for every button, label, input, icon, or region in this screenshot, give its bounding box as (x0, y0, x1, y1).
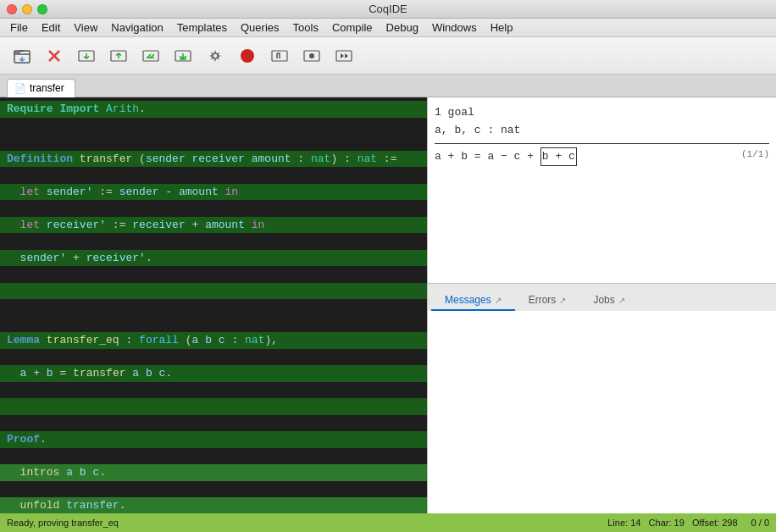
goals-vars: a, b, c : nat (435, 122, 769, 140)
msg-tab-arrow-errors: ↗ (559, 296, 566, 305)
nav-end-icon (174, 47, 192, 65)
forward-icon (335, 47, 353, 65)
menubar: FileEditViewNavigationTemplatesQueriesTo… (0, 19, 776, 37)
svg-point-9 (241, 49, 254, 63)
menu-item-navigation[interactable]: Navigation (104, 19, 169, 36)
menu-item-templates[interactable]: Templates (170, 19, 234, 36)
close-file-button[interactable] (39, 41, 69, 71)
open-file-button[interactable] (7, 41, 37, 71)
msg-tab-jobs[interactable]: Jobs↗ (579, 291, 638, 311)
nav-end-button[interactable] (168, 41, 198, 71)
status-right: Line: 14 Char: 19 Offset: 298 0 / 0 (607, 518, 769, 528)
minimize-button[interactable] (22, 4, 32, 14)
fraction-display: 0 / 0 (751, 518, 769, 528)
maximize-button[interactable] (37, 4, 47, 14)
msg-tab-arrow-jobs: ↗ (618, 296, 625, 305)
message-tabs: Messages↗Errors↗Jobs↗ (428, 284, 776, 311)
svg-point-13 (309, 53, 314, 58)
tab-area: 📄 transfer (0, 75, 776, 97)
statusbar: Ready, proving transfer_eq Line: 14 Char… (0, 513, 776, 532)
toolbar (0, 37, 776, 75)
file-tab[interactable]: 📄 transfer (7, 79, 75, 97)
menu-item-compile[interactable]: Compile (325, 19, 380, 36)
stop-icon (238, 47, 257, 65)
msg-tab-arrow-messages: ↗ (495, 296, 502, 305)
step-backward-icon (109, 47, 128, 65)
menu-item-view[interactable]: View (67, 19, 104, 36)
msg-tab-errors[interactable]: Errors↗ (515, 291, 580, 311)
goals-fraction: (1/1) (741, 147, 769, 163)
file-icon: 📄 (14, 83, 26, 94)
nav-back-button[interactable] (136, 41, 166, 71)
menu-item-file[interactable]: File (3, 19, 35, 36)
msg-tab-messages[interactable]: Messages↗ (431, 291, 515, 311)
editor-panel: Require Import Arith. Definition transfe… (0, 97, 428, 513)
menu-item-help[interactable]: Help (484, 19, 520, 36)
reset-icon (270, 47, 289, 65)
stop-button[interactable] (232, 41, 263, 71)
step-forward-icon (77, 47, 96, 65)
menu-item-debug[interactable]: Debug (380, 19, 425, 36)
goals-separator: a + b = a − c + b + c (1/1) (435, 143, 769, 167)
msg-tab-label-jobs: Jobs (593, 294, 614, 306)
right-panel: 1 goal a, b, c : nat a + b = a − c + b +… (428, 97, 776, 513)
svg-point-8 (213, 53, 218, 58)
menu-item-edit[interactable]: Edit (35, 19, 67, 36)
step-backward-button[interactable] (103, 41, 134, 71)
nav-back-icon (141, 47, 160, 65)
editor-content[interactable]: Require Import Arith. Definition transfe… (0, 97, 427, 513)
menu-item-windows[interactable]: Windows (425, 19, 484, 36)
gear-icon (206, 47, 224, 65)
goal-cursor: b + c (540, 147, 577, 167)
traffic-lights (7, 4, 47, 14)
msg-tab-label-errors: Errors (529, 294, 557, 306)
msg-tab-label-messages: Messages (445, 294, 491, 306)
svg-rect-5 (143, 51, 158, 61)
goals-goal: a + b = a − c + b + c (435, 147, 741, 167)
goals-area: 1 goal a, b, c : nat a + b = a − c + b +… (428, 97, 776, 284)
line-info: Line: 14 Char: 19 Offset: 298 (607, 518, 737, 528)
status-text: Ready, proving transfer_eq (7, 518, 119, 528)
forward-button[interactable] (329, 41, 359, 71)
tactic-button[interactable] (297, 41, 327, 71)
close-icon (45, 47, 64, 65)
menu-item-tools[interactable]: Tools (286, 19, 325, 36)
tactic-icon (302, 47, 321, 65)
message-content (428, 311, 776, 513)
close-button[interactable] (7, 4, 17, 14)
goals-count: 1 goal (435, 104, 769, 122)
app-title: CoqIDE (369, 3, 407, 15)
settings-button[interactable] (200, 41, 230, 71)
tab-label: transfer (30, 82, 64, 94)
titlebar: CoqIDE (0, 0, 776, 19)
menu-item-queries[interactable]: Queries (234, 19, 286, 36)
open-icon (13, 47, 31, 65)
step-forward-button[interactable] (71, 41, 102, 71)
reset-button[interactable] (264, 41, 295, 71)
main-area: Require Import Arith. Definition transfe… (0, 97, 776, 513)
